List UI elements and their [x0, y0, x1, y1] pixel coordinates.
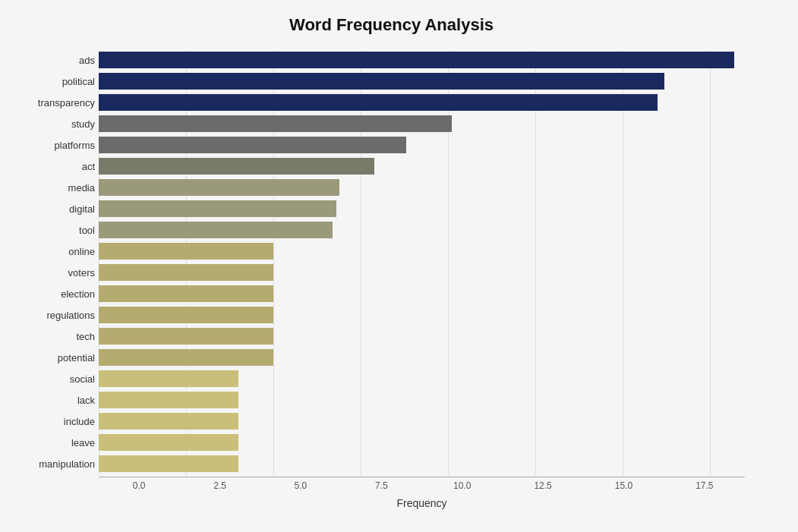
bar-row: tool [99, 220, 745, 240]
bar [99, 349, 273, 366]
bar-row: tech [99, 326, 745, 346]
bar [99, 222, 333, 238]
bar [99, 52, 734, 68]
bar-row: include [99, 411, 745, 431]
x-tick-label: 15.0 [583, 480, 664, 491]
bar-label: voters [15, 267, 95, 279]
bar [99, 264, 273, 281]
bar-label: ads [15, 55, 95, 66]
bar-row: voters [99, 263, 745, 282]
bar [99, 455, 238, 472]
x-axis-label: Frequency [99, 497, 745, 509]
bar [99, 307, 273, 323]
x-tick-label: 12.5 [503, 480, 583, 491]
bar-label: platforms [15, 140, 95, 151]
bar-row: lack [99, 390, 745, 410]
bar [99, 158, 374, 175]
bar-label: lack [15, 395, 95, 406]
x-tick-label: 0.0 [99, 480, 179, 491]
chart-container: Word Frequency Analysis adspoliticaltran… [0, 0, 798, 532]
bar-row: potential [99, 348, 745, 367]
bar-row: regulations [99, 305, 745, 325]
x-tick-label: 17.5 [664, 480, 745, 491]
bar-row: political [99, 71, 745, 91]
bar [99, 137, 406, 153]
x-axis-ticks: 0.02.55.07.510.012.515.017.5 [99, 480, 745, 491]
x-tick-label: 10.0 [422, 480, 503, 491]
bar-row: digital [99, 199, 745, 219]
bar-label: leave [15, 437, 95, 449]
bar-label: tool [15, 225, 95, 236]
bar-label: regulations [15, 310, 95, 321]
bar-row: media [99, 178, 745, 197]
bar-label: social [15, 373, 95, 385]
bars-container: adspoliticaltransparencystudyplatformsac… [99, 50, 745, 474]
bar-row: social [99, 369, 745, 389]
bar-label: potential [15, 352, 95, 364]
bar-label: manipulation [15, 458, 95, 470]
chart-plot-area: adspoliticaltransparencystudyplatformsac… [99, 50, 745, 474]
x-tick-label: 7.5 [341, 480, 421, 491]
bar-row: platforms [99, 135, 745, 155]
bar-row: online [99, 241, 745, 261]
bar-label: online [15, 246, 95, 257]
bar [99, 328, 273, 345]
chart-title: Word Frequency Analysis [15, 15, 768, 35]
x-axis: 0.02.55.07.510.012.515.017.5 Frequency [99, 477, 745, 509]
bar-label: include [15, 416, 95, 427]
bar [99, 392, 238, 408]
bar [99, 413, 238, 430]
x-tick-label: 5.0 [260, 480, 341, 491]
bar-label: study [15, 118, 95, 130]
bar-label: act [15, 161, 95, 172]
bar [99, 370, 238, 387]
bar [99, 73, 664, 90]
bar-row: act [99, 156, 745, 176]
bar [99, 115, 452, 132]
bar [99, 434, 238, 451]
bar [99, 200, 336, 217]
bar [99, 179, 339, 196]
bar-row: study [99, 114, 745, 134]
bar [99, 285, 273, 302]
x-axis-line [99, 477, 745, 477]
bar-row: manipulation [99, 454, 745, 474]
bar-row: leave [99, 433, 745, 452]
bar-label: media [15, 182, 95, 194]
bar-row: ads [99, 50, 745, 70]
bar-label: tech [15, 331, 95, 342]
bar-label: election [15, 288, 95, 300]
bar-label: digital [15, 203, 95, 215]
bar [99, 243, 273, 260]
bar-label: transparency [15, 97, 95, 109]
bar-row: transparency [99, 93, 745, 112]
bar-row: election [99, 284, 745, 304]
x-tick-label: 2.5 [179, 480, 260, 491]
bar-label: political [15, 76, 95, 87]
bar [99, 94, 658, 111]
